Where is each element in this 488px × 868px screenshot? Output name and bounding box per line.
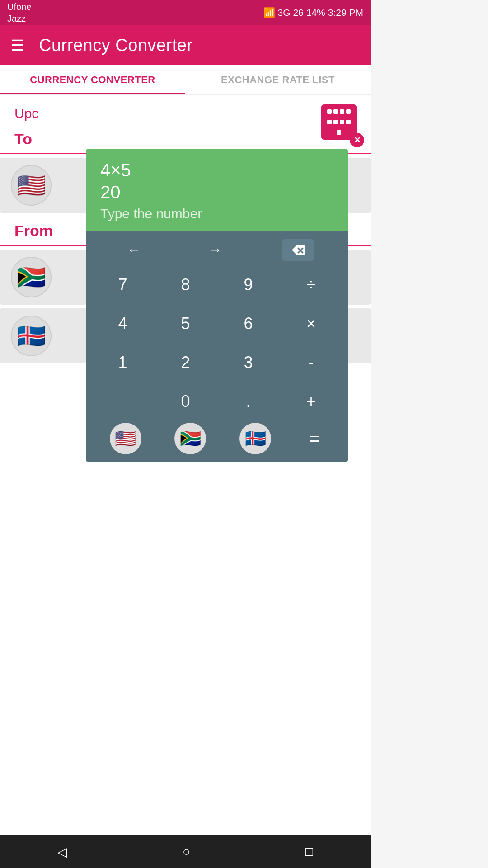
calc-dot-7 <box>340 120 344 124</box>
calc-nav-row: ← → <box>93 238 341 262</box>
calc-flag-zaf[interactable]: 🇿🇦 <box>174 423 206 454</box>
calc-placeholder[interactable]: Type the number <box>100 206 333 222</box>
calc-nav-left[interactable]: ← <box>119 238 148 262</box>
key-7[interactable]: 7 <box>93 267 152 302</box>
key-0[interactable]: 0 <box>156 384 215 419</box>
recent-button[interactable]: □ <box>292 840 327 863</box>
calc-result: 20 <box>100 182 333 203</box>
calc-flag-isl[interactable]: 🇮🇸 <box>239 423 271 454</box>
key-2[interactable]: 2 <box>156 345 215 380</box>
isl-flag: 🇮🇸 <box>11 316 52 356</box>
back-button[interactable]: ◁ <box>44 840 81 864</box>
calc-dot-1 <box>327 109 332 114</box>
calculator-overlay: 4×5 20 Type the number ← → 7 <box>86 149 348 462</box>
battery-text: 14% <box>306 7 325 18</box>
key-equals[interactable]: = <box>305 424 324 453</box>
usd-flag: 🇺🇸 <box>11 165 52 206</box>
key-8[interactable]: 8 <box>156 267 215 302</box>
menu-icon[interactable]: ☰ <box>11 36 24 54</box>
upd-to-label: Upc <box>0 95 371 125</box>
carrier-text: Ufone Jazz <box>7 1 31 24</box>
key-4[interactable]: 4 <box>93 306 152 341</box>
key-5[interactable]: 5 <box>156 306 215 341</box>
key-9[interactable]: 9 <box>219 267 278 302</box>
main-content: ✕ Upc To 🇺🇸 From 🇿🇦 🇮🇸 4×5 20 Type the n… <box>0 95 371 854</box>
wifi-icon: 📶 <box>263 7 275 18</box>
key-divide[interactable]: ÷ <box>282 267 341 302</box>
key-multiply[interactable]: × <box>282 306 341 341</box>
signal-text: 3G 26 <box>278 7 304 18</box>
home-button[interactable]: ○ <box>169 840 204 863</box>
key-plus[interactable]: + <box>282 384 341 419</box>
calculator-close-button[interactable]: ✕ <box>350 133 364 147</box>
calc-nav-right[interactable]: → <box>201 238 230 262</box>
calc-dot-3 <box>340 109 344 114</box>
calc-dot-9 <box>337 130 341 135</box>
tab-currency-converter[interactable]: CURRENCY CONVERTER <box>0 65 185 94</box>
time-text: 3:29 PM <box>328 7 363 18</box>
app-header: ☰ Currency Converter <box>0 25 371 65</box>
key-3[interactable]: 3 <box>219 345 278 380</box>
calc-flag-usd[interactable]: 🇺🇸 <box>110 423 141 454</box>
calculator-icon-wrapper: ✕ <box>321 104 361 145</box>
key-1[interactable]: 1 <box>93 345 152 380</box>
status-icons: 📶 3G 26 14% 3:29 PM <box>263 7 363 18</box>
key-minus[interactable]: - <box>282 345 341 380</box>
key-6[interactable]: 6 <box>219 306 278 341</box>
key-empty <box>93 384 152 419</box>
zaf-flag: 🇿🇦 <box>11 257 52 297</box>
app-title: Currency Converter <box>39 36 193 55</box>
bottom-nav: ◁ ○ □ <box>0 835 371 868</box>
calculator-button-container: ✕ <box>321 104 361 145</box>
key-dot[interactable]: . <box>219 384 278 419</box>
calculator-display: 4×5 20 Type the number <box>86 149 348 231</box>
calc-flag-row: 🇺🇸 🇿🇦 🇮🇸 = <box>93 423 341 454</box>
calc-keypad-grid: 7 8 9 ÷ 4 5 6 × 1 2 3 - 0 . + <box>93 267 341 419</box>
calc-expression: 4×5 <box>100 160 333 180</box>
calculator-keypad: ← → 7 8 9 ÷ 4 5 6 × <box>86 231 348 462</box>
tab-bar: CURRENCY CONVERTER EXCHANGE RATE LIST <box>0 65 371 95</box>
calc-dot-2 <box>333 109 338 114</box>
status-bar: Ufone Jazz 📶 3G 26 14% 3:29 PM <box>0 0 371 25</box>
calc-dot-5 <box>327 120 332 124</box>
tab-exchange-rate[interactable]: EXCHANGE RATE LIST <box>185 65 371 94</box>
calc-dot-4 <box>346 109 351 114</box>
calc-dot-6 <box>333 120 338 124</box>
calc-backspace[interactable] <box>282 239 314 261</box>
calc-dot-8 <box>346 120 351 124</box>
